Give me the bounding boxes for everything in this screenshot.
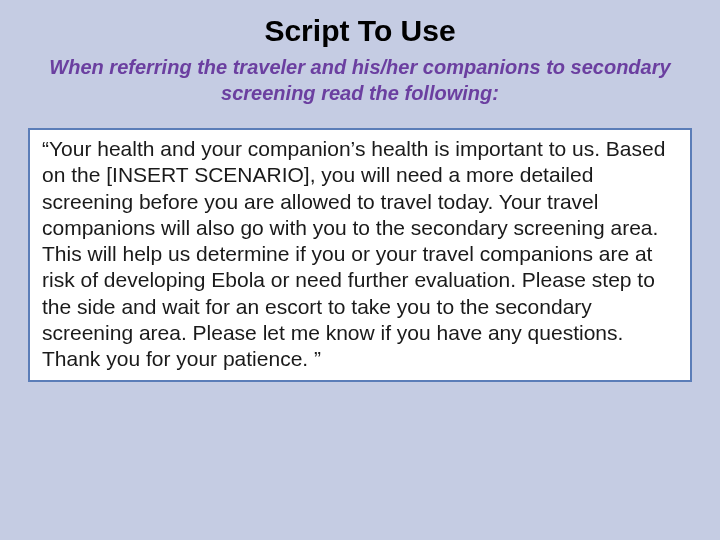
subtitle-instruction: When referring the traveler and his/her …: [22, 54, 698, 106]
script-box: “Your health and your companion’s health…: [28, 128, 692, 382]
page-title: Script To Use: [22, 14, 698, 48]
script-body-text: “Your health and your companion’s health…: [42, 136, 678, 372]
